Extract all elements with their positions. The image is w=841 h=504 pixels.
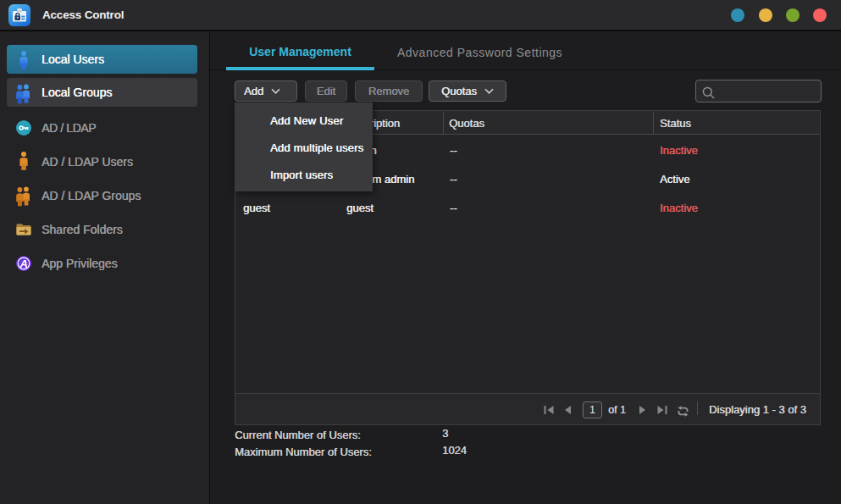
- svg-text:A: A: [19, 258, 28, 270]
